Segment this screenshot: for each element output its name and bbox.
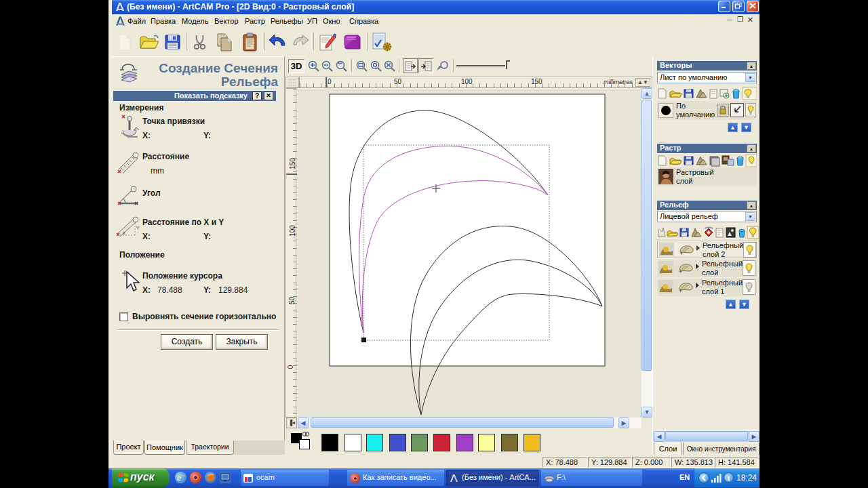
- svg-text:e: e: [177, 472, 181, 483]
- svg-text:+: +: [679, 250, 683, 256]
- svg-text:+: +: [679, 268, 682, 274]
- svg-text:Y: Y: [136, 226, 140, 230]
- svg-text:+: +: [679, 287, 682, 293]
- svg-text:x: x: [123, 230, 125, 235]
